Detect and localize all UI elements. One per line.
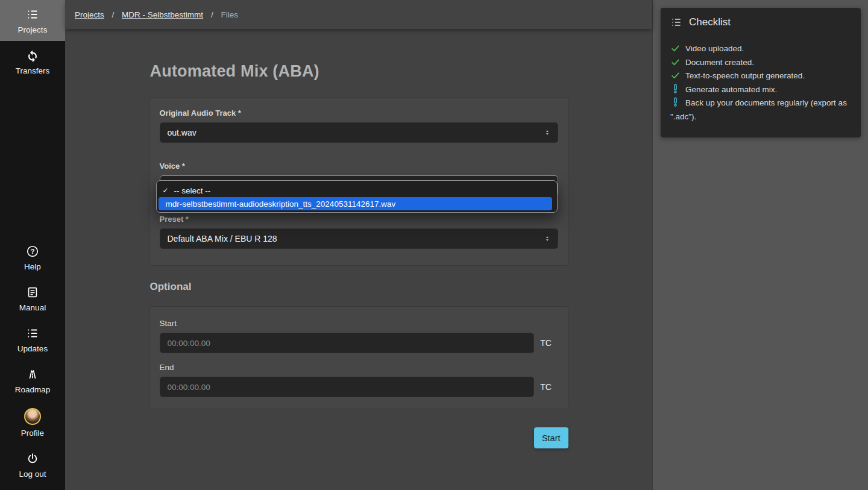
start-button[interactable]: Start xyxy=(534,427,568,448)
voice-group: Voice * ✓ -- select -- xyxy=(160,162,558,196)
voice-option-label: -- select -- xyxy=(174,186,211,195)
sidebar-item-label: Help xyxy=(24,262,41,271)
optional-card: Start TC End TC xyxy=(149,306,568,409)
preset-label: Preset * xyxy=(160,215,558,224)
checklist-item: Text-to-speech output generated. xyxy=(670,69,851,83)
sidebar-item-roadmap[interactable]: Roadmap xyxy=(0,360,65,401)
main-area: Projects / MDR - Selbstbestimmt / Files … xyxy=(65,0,652,490)
breadcrumb-current: Files xyxy=(221,10,238,19)
start-tc-input[interactable] xyxy=(160,333,534,353)
main-content: Automated Mix (ABA) Original Audio Track… xyxy=(65,29,652,490)
checklist-item-text: Video uploaded. xyxy=(685,44,744,53)
avatar xyxy=(24,408,41,425)
checklist-item-text: Document created. xyxy=(685,58,754,67)
original-audio-track-group: Original Audio Track * out.wav xyxy=(160,108,558,143)
breadcrumb-separator: / xyxy=(112,10,115,19)
end-tc-suffix: TC xyxy=(534,382,558,392)
manual-icon xyxy=(25,285,40,300)
sidebar: Projects Transfers ? Help xyxy=(0,0,65,490)
help-icon: ? xyxy=(25,244,40,259)
sidebar-item-profile[interactable]: Profile xyxy=(0,401,65,444)
svg-text:?: ? xyxy=(31,248,35,255)
checklist-card: Checklist Video uploaded. Document creat… xyxy=(661,8,861,137)
checklist-item: Generate automated mix. xyxy=(670,83,851,97)
sidebar-item-label: Transfers xyxy=(16,66,50,75)
checklist-header: Checklist xyxy=(670,16,851,28)
sidebar-item-logout[interactable]: Log out xyxy=(0,444,65,485)
exclamation-icon xyxy=(670,84,680,92)
list-icon xyxy=(25,7,40,22)
breadcrumb-link-projects[interactable]: Projects xyxy=(75,10,104,19)
original-audio-track-label: Original Audio Track * xyxy=(160,108,558,118)
sidebar-item-label: Profile xyxy=(21,429,44,438)
voice-label: Voice * xyxy=(160,162,558,171)
original-audio-track-value: out.wav xyxy=(168,128,197,137)
page-title: Automated Mix (ABA) xyxy=(150,62,568,81)
voice-option-select[interactable]: ✓ -- select -- xyxy=(159,184,552,197)
preset-value: Default ABA Mix / EBU R 128 xyxy=(168,234,277,243)
checklist-item: Back up your documents regularly (export… xyxy=(670,96,851,124)
mix-form-card: Original Audio Track * out.wav Voice * xyxy=(149,97,568,266)
check-icon xyxy=(670,58,680,67)
sidebar-item-help[interactable]: ? Help xyxy=(0,237,65,278)
preset-group: Preset * Default ABA Mix / EBU R 128 xyxy=(160,215,558,249)
check-icon xyxy=(670,45,680,53)
checklist-item-text: Back up your documents regularly (export… xyxy=(670,98,847,121)
list-icon xyxy=(25,326,40,341)
checklist-item-text: Generate automated mix. xyxy=(685,85,777,94)
sidebar-item-label: Projects xyxy=(18,25,48,34)
sidebar-item-projects[interactable]: Projects xyxy=(0,0,65,41)
sidebar-item-label: Updates xyxy=(17,344,48,353)
app-window: Projects Transfers ? Help xyxy=(0,0,868,490)
check-icon xyxy=(670,72,680,80)
breadcrumb-separator: / xyxy=(211,10,213,19)
start-tc-suffix: TC xyxy=(534,338,558,348)
start-tc-group: Start TC xyxy=(160,319,558,353)
topbar: Projects / MDR - Selbstbestimmt / Files xyxy=(65,0,652,29)
checklist-item: Video uploaded. xyxy=(670,42,851,56)
checklist-item: Document created. xyxy=(670,56,851,70)
checklist-item-text: Text-to-speech output generated. xyxy=(685,71,805,80)
exclamation-icon xyxy=(670,97,680,105)
start-tc-label: Start xyxy=(160,319,558,328)
optional-section-title: Optional xyxy=(150,281,568,293)
right-panel: Checklist Video uploaded. Document creat… xyxy=(652,0,868,490)
power-icon xyxy=(25,451,40,466)
list-icon xyxy=(670,16,682,28)
sidebar-item-label: Manual xyxy=(19,303,46,312)
sidebar-item-transfers[interactable]: Transfers xyxy=(0,41,65,82)
sync-icon xyxy=(25,48,40,63)
sidebar-item-updates[interactable]: Updates xyxy=(0,319,65,360)
end-tc-label: End xyxy=(160,363,558,372)
voice-dropdown-popup: ✓ -- select -- mdr-selbstbestimmt-audiod… xyxy=(156,180,558,213)
chevron-updown-icon xyxy=(543,128,552,137)
preset-select[interactable]: Default ABA Mix / EBU R 128 xyxy=(160,228,558,249)
original-audio-track-select[interactable]: out.wav xyxy=(160,122,558,143)
road-icon xyxy=(25,367,40,382)
end-tc-input[interactable] xyxy=(160,377,534,397)
voice-option-tts-wav[interactable]: mdr-selbstbestimmt-audiodeskription_tts_… xyxy=(159,197,552,210)
check-icon: ✓ xyxy=(163,186,171,195)
checklist-title: Checklist xyxy=(689,16,731,28)
form-actions: Start xyxy=(149,427,568,448)
sidebar-item-label: Roadmap xyxy=(15,385,51,394)
voice-option-label: mdr-selbstbestimmt-audiodeskription_tts_… xyxy=(166,199,396,209)
chevron-updown-icon xyxy=(543,234,552,243)
breadcrumb-link-project[interactable]: MDR - Selbstbestimmt xyxy=(122,10,203,19)
sidebar-bottom-group: ? Help Manual Updates xyxy=(0,237,65,490)
end-tc-group: End TC xyxy=(160,363,558,397)
sidebar-item-label: Log out xyxy=(19,470,46,479)
breadcrumb: Projects / MDR - Selbstbestimmt / Files xyxy=(75,10,238,19)
sidebar-item-manual[interactable]: Manual xyxy=(0,278,65,319)
